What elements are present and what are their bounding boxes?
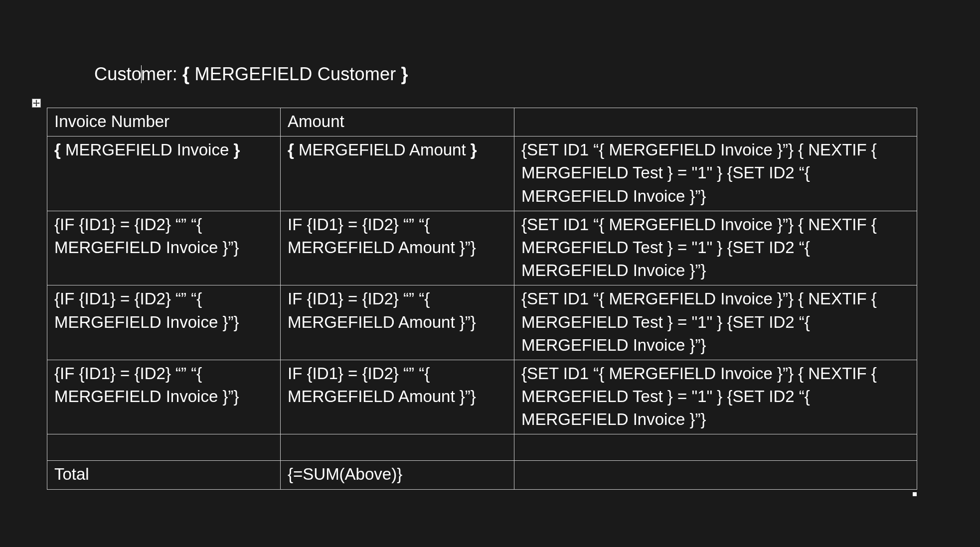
table-row: { MERGEFIELD Invoice } { MERGEFIELD Amou… [47,137,917,211]
cell-logic[interactable]: {SET ID1 “{ MERGEFIELD Invoice }”} { NEX… [514,211,917,285]
table-empty-row [47,434,917,461]
cell-total-label[interactable]: Total [47,461,281,489]
field-brace-close: } [401,64,408,84]
cell-invoice[interactable]: {IF {ID1} = {ID2} “” “{ MERGEFIELD Invoi… [47,211,281,285]
cell-empty[interactable] [281,434,514,461]
brace-close: } [471,140,477,159]
cell-logic[interactable]: {SET ID1 “{ MERGEFIELD Invoice }”} { NEX… [514,285,917,360]
header-invoice-number[interactable]: Invoice Number [47,108,281,137]
header-empty[interactable] [514,108,917,137]
cell-amount[interactable]: IF {ID1} = {ID2} “” “{ MERGEFIELD Amount… [281,360,514,434]
cell-invoice[interactable]: { MERGEFIELD Invoice } [47,137,281,211]
cell-logic[interactable]: {SET ID1 “{ MERGEFIELD Invoice }”} { NEX… [514,360,917,434]
cell-total-empty[interactable] [514,461,917,489]
brace-open: { [288,140,299,159]
cell-amount[interactable]: { MERGEFIELD Amount } [281,137,514,211]
mergefield-invoice: MERGEFIELD Invoice [65,140,233,159]
table-move-handle-icon[interactable] [32,99,41,108]
header-amount[interactable]: Amount [281,108,514,137]
cell-empty[interactable] [47,434,281,461]
customer-label-part2: mer: [141,64,182,84]
cell-total-formula[interactable]: {=SUM(Above)} [281,461,514,489]
table-header-row: Invoice Number Amount [47,108,917,137]
table-row: {IF {ID1} = {ID2} “” “{ MERGEFIELD Invoi… [47,211,917,285]
cell-logic[interactable]: {SET ID1 “{ MERGEFIELD Invoice }”} { NEX… [514,137,917,211]
table-total-row: Total {=SUM(Above)} [47,461,917,489]
cell-empty[interactable] [514,434,917,461]
table-row: {IF {ID1} = {ID2} “” “{ MERGEFIELD Invoi… [47,360,917,434]
customer-field-line[interactable]: Customer: { MERGEFIELD Customer } [94,64,408,85]
cell-amount[interactable]: IF {ID1} = {ID2} “” “{ MERGEFIELD Amount… [281,211,514,285]
customer-label-part1: Custo [94,64,142,84]
table-resize-handle-icon[interactable] [913,492,917,496]
brace-open: { [54,140,65,159]
cell-amount[interactable]: IF {ID1} = {ID2} “” “{ MERGEFIELD Amount… [281,285,514,360]
brace-close: } [233,140,240,159]
cell-invoice[interactable]: {IF {ID1} = {ID2} “” “{ MERGEFIELD Invoi… [47,285,281,360]
invoice-table[interactable]: Invoice Number Amount { MERGEFIELD Invoi… [47,108,917,490]
mergefield-customer: MERGEFIELD Customer [194,64,401,84]
document-page: Customer: { MERGEFIELD Customer } Invoic… [0,0,980,547]
table-row: {IF {ID1} = {ID2} “” “{ MERGEFIELD Invoi… [47,285,917,360]
mergefield-amount: MERGEFIELD Amount [299,140,471,159]
field-brace-open: { [182,64,194,84]
cell-invoice[interactable]: {IF {ID1} = {ID2} “” “{ MERGEFIELD Invoi… [47,360,281,434]
